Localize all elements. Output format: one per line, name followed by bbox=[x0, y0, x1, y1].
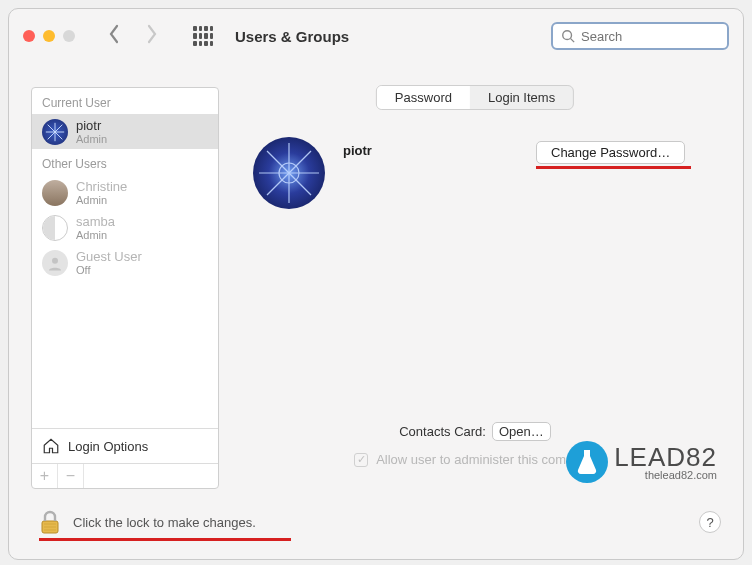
lock-instruction: Click the lock to make changes. bbox=[73, 515, 256, 530]
forward-button[interactable] bbox=[145, 24, 159, 48]
show-all-icon[interactable] bbox=[193, 26, 213, 46]
add-remove-row: + − bbox=[32, 463, 218, 488]
tab-login-items[interactable]: Login Items bbox=[470, 86, 573, 109]
open-contacts-button[interactable]: Open… bbox=[492, 422, 551, 441]
nav-arrows bbox=[107, 24, 159, 48]
search-field[interactable] bbox=[551, 22, 729, 50]
user-role: Admin bbox=[76, 194, 127, 206]
annotation-underline bbox=[536, 166, 691, 169]
add-user-button: + bbox=[32, 464, 58, 488]
zoom-window-button bbox=[63, 30, 75, 42]
user-avatar-large[interactable] bbox=[253, 137, 325, 209]
sidebar-user-current[interactable]: piotr Admin bbox=[32, 114, 218, 149]
avatar-snowflake-icon bbox=[42, 119, 68, 145]
svg-point-6 bbox=[52, 257, 58, 263]
sidebar-user-guest[interactable]: Guest User Off bbox=[32, 245, 218, 280]
window-controls bbox=[23, 30, 75, 42]
username-display: piotr bbox=[343, 143, 372, 158]
user-name: samba bbox=[76, 214, 115, 229]
contacts-card-row: Contacts Card: Open… bbox=[229, 422, 721, 441]
home-icon bbox=[42, 437, 60, 455]
avatar-yinyang-icon bbox=[42, 215, 68, 241]
user-name: Christine bbox=[76, 179, 127, 194]
administer-row: ✓ Allow user to administer this computer bbox=[229, 452, 721, 467]
user-name: Guest User bbox=[76, 249, 142, 264]
sidebar-user-samba[interactable]: samba Admin bbox=[32, 210, 218, 245]
remove-user-button: − bbox=[58, 464, 84, 488]
lock-footer: Click the lock to make changes. ? bbox=[39, 509, 721, 535]
pane-title: Users & Groups bbox=[235, 28, 349, 45]
administer-label: Allow user to administer this computer bbox=[376, 452, 596, 467]
avatar-eagle-icon bbox=[42, 180, 68, 206]
toolbar: Users & Groups bbox=[9, 9, 743, 63]
tab-password[interactable]: Password bbox=[377, 86, 470, 109]
contacts-card-label: Contacts Card: bbox=[399, 424, 486, 439]
annotation-underline-footer bbox=[39, 538, 291, 541]
users-sidebar: Current User piotr Admin Other Users Chr… bbox=[31, 87, 219, 489]
back-button[interactable] bbox=[107, 24, 121, 48]
sidebar-user-christine[interactable]: Christine Admin bbox=[32, 175, 218, 210]
svg-line-1 bbox=[571, 39, 575, 43]
help-button[interactable]: ? bbox=[699, 511, 721, 533]
user-role: Admin bbox=[76, 133, 107, 145]
search-icon bbox=[561, 29, 575, 43]
close-window-button[interactable] bbox=[23, 30, 35, 42]
user-role: Admin bbox=[76, 229, 115, 241]
administer-checkbox: ✓ bbox=[354, 453, 368, 467]
login-options-label: Login Options bbox=[68, 439, 148, 454]
user-role: Off bbox=[76, 264, 142, 276]
main-body: piotr Change Password… Contacts Card: Op… bbox=[229, 117, 721, 489]
main-pane: Password Login Items piotr bbox=[229, 87, 721, 489]
minimize-window-button[interactable] bbox=[43, 30, 55, 42]
change-password-button[interactable]: Change Password… bbox=[536, 141, 685, 164]
tab-bar: Password Login Items bbox=[376, 85, 574, 110]
login-options-row[interactable]: Login Options bbox=[32, 428, 218, 463]
svg-point-0 bbox=[563, 31, 572, 40]
content-area: Current User piotr Admin Other Users Chr… bbox=[31, 87, 721, 489]
user-name: piotr bbox=[76, 118, 107, 133]
avatar-silhouette-icon bbox=[42, 250, 68, 276]
lock-icon[interactable] bbox=[39, 509, 61, 535]
search-input[interactable] bbox=[581, 29, 719, 44]
current-user-header: Current User bbox=[32, 88, 218, 114]
preferences-window: Users & Groups Current User piotr Admin bbox=[8, 8, 744, 560]
other-users-header: Other Users bbox=[32, 149, 218, 175]
